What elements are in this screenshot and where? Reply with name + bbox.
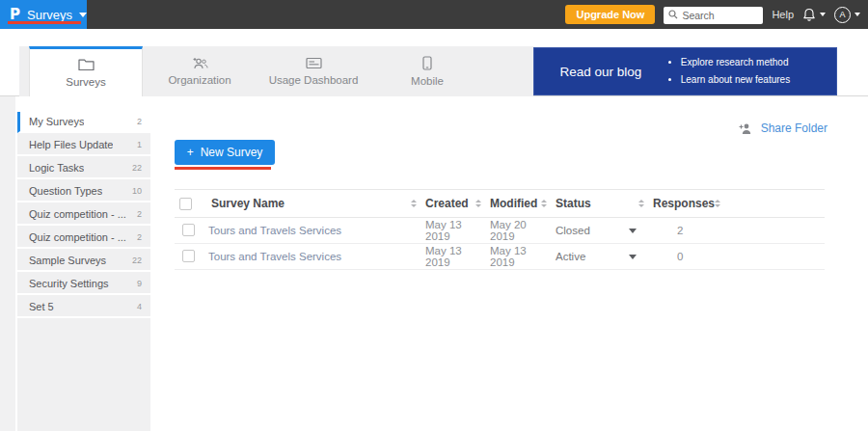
dashboard-icon: [306, 57, 322, 69]
tab-label: Mobile: [411, 75, 444, 87]
app-switcher-menu[interactable]: P Surveys: [0, 0, 87, 29]
content: My Surveys 2 Help Files Update 1 Logic T…: [0, 96, 868, 431]
sort-icon[interactable]: [475, 200, 481, 207]
folder-count: 9: [137, 279, 142, 288]
column-label: Responses: [653, 197, 715, 210]
select-all-checkbox[interactable]: [179, 198, 192, 210]
column-label: Modified: [490, 197, 537, 210]
table-row: Tours and Travels Services May 13 2019 M…: [175, 218, 825, 244]
avatar: A: [834, 7, 851, 23]
upgrade-now-button[interactable]: Upgrade Now: [565, 5, 655, 24]
folder-label: Quiz competition - ...: [29, 208, 126, 220]
annotation-underline-new-survey: [175, 167, 271, 170]
folder-count: 22: [132, 163, 142, 173]
plus-icon: +: [187, 146, 194, 159]
folder-label: My Surveys: [29, 116, 84, 127]
banner-bullet: Explore research method: [681, 54, 790, 71]
search-icon: [668, 10, 678, 19]
folder-count: 2: [137, 232, 142, 242]
sidebar-item-set-5[interactable]: Set 5 4: [17, 297, 150, 318]
sidebar-item-sample-surveys[interactable]: Sample Surveys 22: [17, 251, 150, 272]
folder-count: 10: [132, 186, 142, 196]
tab-organization[interactable]: Organization: [143, 46, 257, 96]
row-checkbox[interactable]: [182, 250, 195, 262]
column-label: Status: [556, 197, 591, 210]
sidebar-item-quiz-competition-2[interactable]: Quiz competition - ... 2: [17, 228, 150, 249]
folder-label: Question Types: [29, 185, 102, 197]
status-dropdown-icon[interactable]: [629, 255, 637, 259]
folder-label: Logic Tasks: [29, 162, 84, 174]
folder-label: Set 5: [29, 301, 54, 312]
row-checkbox-cell: [175, 224, 208, 238]
folder-count: 2: [137, 117, 142, 126]
notifications-menu[interactable]: [802, 8, 826, 22]
chevron-down-icon: [854, 13, 860, 16]
banner-title: Read our blog: [534, 65, 667, 79]
tab-label: Surveys: [66, 76, 106, 88]
blog-banner[interactable]: Read our blog Explore research method Le…: [533, 47, 837, 95]
main-panel: Share Folder + New Survey Survey Name: [150, 96, 868, 431]
folder-label: Security Settings: [29, 278, 109, 289]
folder-label: Help Files Update: [29, 139, 113, 150]
app-window: P Surveys Upgrade Now Help A: [0, 0, 868, 431]
sidebar-item-question-types[interactable]: Question Types 10: [17, 181, 150, 202]
table-header-row: Survey Name Created Modified Status: [175, 189, 825, 218]
tab-label: Usage Dashboard: [269, 74, 359, 86]
topbar: P Surveys Upgrade Now Help A: [0, 0, 868, 29]
header-created[interactable]: Created: [422, 197, 487, 210]
row-checkbox[interactable]: [182, 224, 195, 236]
header-checkbox-cell: [175, 198, 208, 210]
survey-name-link[interactable]: Tours and Travels Services: [208, 225, 422, 236]
column-label: Survey Name: [211, 197, 285, 210]
sort-icon[interactable]: [638, 200, 644, 207]
status-cell: Active: [553, 251, 650, 262]
status-value: Active: [556, 251, 585, 262]
new-survey-button[interactable]: + New Survey: [175, 140, 275, 165]
table-row: Tours and Travels Services May 13 2019 M…: [175, 244, 825, 270]
sidebar-item-quiz-competition-1[interactable]: Quiz competition - ... 2: [17, 204, 150, 226]
help-link[interactable]: Help: [772, 9, 794, 20]
column-label: Created: [425, 197, 469, 210]
status-dropdown-icon[interactable]: [629, 229, 637, 233]
topbar-right: Upgrade Now Help A: [565, 0, 860, 29]
app-menu-label: Surveys: [27, 8, 72, 22]
folder-count: 4: [137, 302, 142, 311]
account-menu[interactable]: A: [834, 7, 860, 23]
sort-icon[interactable]: [715, 200, 720, 207]
header-status[interactable]: Status: [553, 197, 650, 210]
survey-name-link[interactable]: Tours and Travels Services: [208, 251, 422, 262]
banner-bullet: Learn about new features: [681, 71, 790, 89]
sort-icon[interactable]: [541, 200, 547, 207]
sidebar-item-logic-tasks[interactable]: Logic Tasks 22: [17, 158, 150, 179]
tab-mobile[interactable]: Mobile: [370, 46, 484, 96]
surveys-table: Survey Name Created Modified Status: [175, 189, 825, 270]
status-cell: Closed: [553, 225, 650, 236]
header-survey-name[interactable]: Survey Name: [208, 197, 422, 210]
folder-icon: [78, 59, 95, 71]
folder-count: 1: [137, 140, 142, 149]
search-input[interactable]: [664, 7, 763, 24]
chevron-down-icon: [79, 13, 87, 17]
share-folder-link[interactable]: Share Folder: [738, 121, 827, 135]
chevron-down-icon: [820, 13, 826, 16]
tabstrip: Surveys Organization Usage Dashboard Mob…: [0, 29, 868, 96]
search-box: [664, 6, 763, 23]
sidebar-item-help-files-update[interactable]: Help Files Update 1: [17, 135, 150, 156]
sort-icon[interactable]: [411, 200, 417, 207]
header-responses[interactable]: Responses: [650, 197, 700, 210]
mobile-icon: [422, 56, 432, 70]
created-cell: May 13 2019: [422, 245, 487, 268]
tab-label: Organization: [168, 74, 231, 86]
sidebar-item-my-surveys[interactable]: My Surveys 2: [17, 112, 150, 133]
row-checkbox-cell: [175, 250, 208, 264]
banner-bullets: Explore research method Learn about new …: [667, 54, 790, 89]
folder-count: 22: [132, 256, 142, 265]
header-modified[interactable]: Modified: [487, 197, 553, 210]
new-survey-label: New Survey: [201, 146, 263, 159]
tab-usage-dashboard[interactable]: Usage Dashboard: [257, 46, 370, 96]
folders-sidebar: My Surveys 2 Help Files Update 1 Logic T…: [17, 96, 150, 431]
sidebar-item-security-settings[interactable]: Security Settings 9: [17, 274, 150, 295]
share-folder-label: Share Folder: [761, 121, 827, 135]
tab-surveys[interactable]: Surveys: [29, 46, 143, 96]
created-cell: May 13 2019: [422, 219, 487, 242]
